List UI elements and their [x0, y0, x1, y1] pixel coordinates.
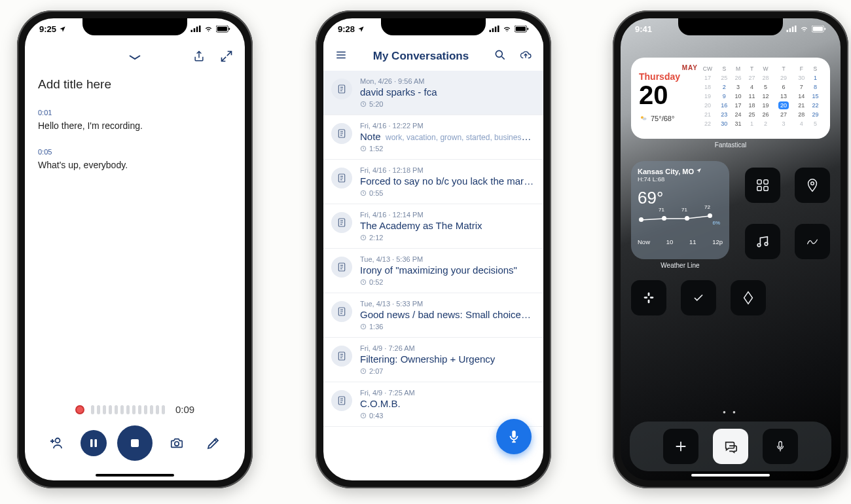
waveform-row: 0:09 [25, 404, 245, 415]
app-icon-shortcuts[interactable] [745, 168, 780, 203]
weather-widget[interactable]: Kansas City, MO H:74 L:68 69° 71 71 72 [631, 161, 729, 259]
clock-icon [360, 412, 367, 419]
cellular-icon [786, 26, 797, 32]
list-item[interactable]: Fri, 4/16 · 12:18 PMForced to say no b/c… [323, 160, 543, 204]
status-time: 9:41 [635, 24, 652, 34]
item-title: david sparks - fca [360, 86, 534, 98]
pause-button[interactable] [81, 430, 107, 456]
item-date: Tue, 4/13 · 5:33 PM [360, 300, 534, 308]
app-icon-compass[interactable] [731, 280, 766, 315]
svg-point-45 [643, 118, 647, 120]
item-date: Mon, 4/26 · 9:56 AM [360, 77, 534, 85]
svg-rect-0 [191, 30, 193, 32]
collapse-chevron-icon[interactable] [128, 52, 141, 63]
record-fab[interactable] [496, 419, 532, 454]
phone-recording: 9:25 Add titl [17, 10, 253, 488]
segment-text: Hello there, I'm recording. [38, 120, 232, 131]
page-title: My Conversations [373, 50, 469, 63]
item-date: Tue, 4/13 · 5:36 PM [360, 255, 534, 263]
svg-rect-3 [199, 26, 201, 32]
list-item[interactable]: Mon, 4/26 · 9:56 AMdavid sparks - fca5:2… [323, 71, 543, 115]
segment-text: What's up, everybody. [38, 160, 232, 170]
item-duration: 1:52 [360, 145, 534, 153]
dock-app-add[interactable] [663, 429, 698, 464]
menu-button[interactable] [334, 49, 348, 63]
screen: 9:25 Add titl [25, 18, 245, 480]
app-icon-notes[interactable] [795, 224, 830, 259]
calendar-grid: CWSMTWTFS1725262728293011823456781991011… [698, 64, 822, 132]
calendar-weather: 75°/68° [639, 115, 698, 122]
clock-icon [360, 368, 367, 374]
recording-controls [25, 425, 245, 461]
item-title: C.O.M.B. [360, 398, 534, 409]
camera-button[interactable] [164, 430, 190, 456]
spark-value: 71 [681, 207, 687, 213]
share-button[interactable] [192, 49, 206, 66]
highlight-button[interactable] [200, 430, 226, 456]
svg-rect-37 [787, 30, 789, 32]
app-icon-slack[interactable] [631, 280, 666, 315]
app-icon-maps[interactable] [795, 168, 830, 203]
item-duration: 0:55 [360, 189, 534, 197]
svg-point-7 [56, 439, 60, 443]
svg-rect-39 [792, 27, 794, 32]
cellular-icon [190, 26, 201, 32]
svg-rect-13 [492, 28, 494, 32]
screen[interactable]: 9:41 MAY Thursday 20 75°/68° [621, 18, 841, 480]
cloud-upload-button[interactable] [518, 49, 533, 63]
item-duration: 0:43 [360, 412, 534, 420]
page-dots[interactable]: ● ● [621, 409, 841, 415]
note-icon [331, 390, 352, 411]
app-icon-todo[interactable] [681, 280, 716, 315]
svg-rect-5 [217, 26, 227, 31]
stop-button[interactable] [117, 425, 153, 461]
svg-rect-14 [495, 27, 497, 32]
item-duration: 2:07 [360, 367, 534, 375]
list-item[interactable]: Fri, 4/16 · 12:14 PMThe Academy as The M… [323, 204, 543, 249]
item-title: Good news / bad news: Small choices d… [360, 309, 534, 320]
item-title: The Academy as The Matrix [360, 220, 534, 231]
segment-timestamp: 0:01 [38, 109, 232, 117]
item-date: Fri, 4/16 · 12:14 PM [360, 211, 534, 219]
svg-point-19 [496, 50, 502, 57]
clock-icon [360, 145, 367, 152]
dock-app-chat[interactable] [713, 429, 748, 464]
status-time: 9:28 [338, 24, 355, 34]
svg-rect-6 [228, 27, 230, 29]
svg-rect-47 [764, 180, 768, 184]
svg-rect-42 [813, 26, 823, 31]
note-icon [331, 123, 352, 144]
note-icon [331, 168, 352, 189]
dock-app-voice[interactable] [763, 429, 798, 464]
note-icon [331, 212, 352, 233]
list-item[interactable]: Tue, 4/13 · 5:36 PMIrony of "maximizing … [323, 249, 543, 293]
list-item[interactable]: Fri, 4/9 · 7:26 AMFiltering: Ownership +… [323, 338, 543, 382]
expand-button[interactable] [220, 50, 233, 65]
list-item[interactable]: Fri, 4/16 · 12:22 PMNote work, vacation,… [323, 115, 543, 160]
svg-rect-43 [824, 27, 825, 29]
item-duration: 2:12 [360, 234, 534, 242]
recording-indicator-icon [75, 405, 84, 414]
weather-sparkline: 71 71 72 6% [638, 211, 723, 226]
status-bar: 9:25 [25, 21, 245, 37]
item-tags: work, vacation, grown, started, business… [384, 133, 534, 142]
add-person-button[interactable] [43, 430, 69, 456]
app-icon-music[interactable] [745, 224, 780, 259]
item-title: Filtering: Ownership + Urgency [360, 353, 534, 365]
home-indicator[interactable] [96, 474, 174, 477]
note-icon [331, 79, 352, 99]
sun-cloud-icon [639, 115, 648, 122]
item-duration: 0:52 [360, 278, 534, 286]
home-indicator[interactable] [691, 474, 770, 477]
svg-rect-9 [94, 439, 97, 447]
elapsed-time: 0:09 [175, 404, 194, 415]
calendar-widget[interactable]: MAY Thursday 20 75°/68° CWSMTWTFS1725262… [631, 58, 830, 139]
clock-icon [360, 279, 367, 285]
item-title: Forced to say no b/c you lack the margi… [360, 175, 534, 187]
list-item[interactable]: Tue, 4/13 · 5:33 PMGood news / bad news:… [323, 293, 543, 338]
title-input[interactable]: Add title here [38, 77, 232, 92]
search-button[interactable] [494, 48, 507, 64]
status-bar: 9:28 [323, 21, 543, 37]
svg-rect-15 [498, 26, 499, 32]
wifi-icon [204, 26, 213, 33]
